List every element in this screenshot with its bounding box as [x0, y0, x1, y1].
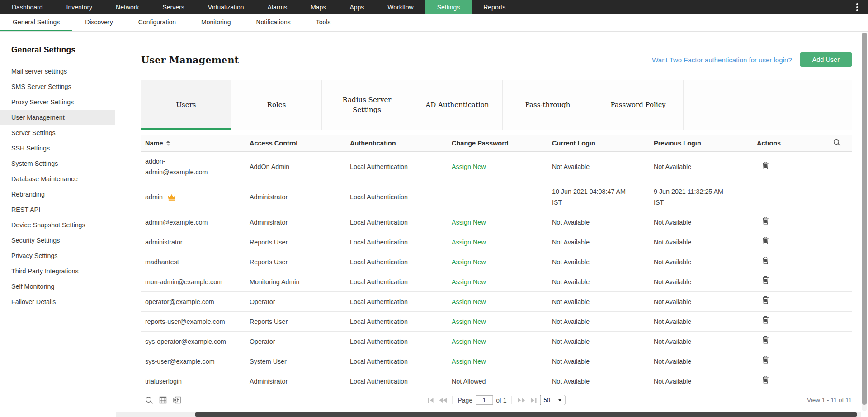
current-login-value: Not Available	[552, 163, 590, 170]
two-factor-link[interactable]: Want Two Factor authentication for user …	[652, 56, 792, 64]
sidebar-item-rest-api[interactable]: REST API	[0, 202, 115, 217]
trash-icon	[762, 375, 769, 385]
column-header-label: Change Password	[452, 140, 509, 147]
delete-user-button[interactable]	[762, 316, 769, 325]
column-header-authentication[interactable]: Authentication	[346, 140, 448, 147]
actions-cell	[753, 157, 821, 177]
sidebar-item-rebranding[interactable]: Rebranding	[0, 187, 115, 202]
search-icon[interactable]	[145, 396, 153, 404]
assign-new-link[interactable]: Assign New	[452, 163, 486, 170]
sidebar-item-failover-details[interactable]: Failover Details	[0, 294, 115, 309]
delete-user-button[interactable]	[762, 375, 769, 385]
current-login-value: Not Available	[552, 278, 590, 286]
subnav-item-configuration[interactable]: Configuration	[126, 14, 189, 31]
tab-ad-authentication[interactable]: AD Authentication	[412, 80, 503, 130]
tab-roles[interactable]: Roles	[231, 80, 322, 130]
column-header-previous-login[interactable]: Previous Login	[650, 140, 753, 147]
assign-new-link[interactable]: Assign New	[452, 239, 486, 246]
authentication-value: Local Authentication	[350, 239, 408, 246]
next-page-icon[interactable]	[517, 398, 526, 403]
sidebar-item-mail-server-settings[interactable]: Mail server settings	[0, 64, 115, 79]
sidebar-item-ssh-settings[interactable]: SSH Settings	[0, 141, 115, 156]
assign-new-link[interactable]: Assign New	[452, 278, 486, 286]
sidebar-item-self-monitoring[interactable]: Self Monitoring	[0, 279, 115, 294]
subnav-item-tools[interactable]: Tools	[303, 14, 344, 31]
nav-item-maps[interactable]: Maps	[299, 0, 338, 14]
current-login-cell: Not Available	[548, 272, 650, 291]
subnav-item-discovery[interactable]: Discovery	[72, 14, 125, 31]
delete-user-button[interactable]	[762, 296, 769, 305]
sidebar-item-database-maintenance[interactable]: Database Maintenance	[0, 171, 115, 187]
sidebar-item-third-party-integrations[interactable]: Third Party Integrations	[0, 263, 115, 279]
kebab-menu-icon[interactable]	[854, 0, 861, 14]
sidebar-item-proxy-server-settings[interactable]: Proxy Server Settings	[0, 94, 115, 110]
access-control-value: AddOn Admin	[250, 163, 289, 170]
assign-new-link[interactable]: Assign New	[452, 219, 486, 226]
assign-new-link[interactable]: Assign New	[452, 358, 486, 365]
delete-user-button[interactable]	[762, 356, 769, 365]
change-password-cell: Not Allowed	[448, 372, 548, 391]
column-header-change-password[interactable]: Change Password	[448, 140, 548, 147]
subnav-item-monitoring[interactable]: Monitoring	[189, 14, 243, 31]
assign-new-link[interactable]: Assign New	[452, 338, 486, 345]
add-user-button[interactable]: Add User	[800, 52, 852, 67]
nav-item-servers[interactable]: Servers	[151, 0, 196, 14]
delete-user-button[interactable]	[762, 276, 769, 286]
delete-user-button[interactable]	[762, 336, 769, 345]
tab-bar-filler	[684, 80, 852, 130]
assign-new-link[interactable]: Assign New	[452, 318, 486, 325]
delete-user-button[interactable]	[762, 216, 769, 226]
sidebar-item-server-settings[interactable]: Server Settings	[0, 125, 115, 141]
assign-new-link[interactable]: Assign New	[452, 258, 486, 266]
export-table-icon[interactable]	[159, 396, 167, 404]
nav-item-network[interactable]: Network	[104, 0, 151, 14]
column-header-actions[interactable]: Actions	[753, 140, 821, 147]
vertical-scrollbar[interactable]	[862, 33, 867, 411]
tab-password-policy[interactable]: Password Policy	[593, 80, 684, 130]
column-header-name[interactable]: Name	[141, 140, 245, 147]
nav-item-virtualization[interactable]: Virtualization	[196, 0, 256, 14]
sidebar-item-privacy-settings[interactable]: Privacy Settings	[0, 248, 115, 263]
nav-item-inventory[interactable]: Inventory	[55, 0, 104, 14]
trash-icon	[762, 161, 769, 171]
horizontal-scrollbar[interactable]	[116, 412, 861, 417]
first-page-icon[interactable]	[427, 398, 435, 403]
access-control-cell: Administrator	[245, 213, 346, 232]
nav-item-alarms[interactable]: Alarms	[256, 0, 299, 14]
page-input[interactable]	[476, 395, 493, 405]
chevron-down-icon	[558, 399, 562, 402]
tab-users[interactable]: Users	[141, 80, 231, 130]
access-control-cell: Administrator	[245, 187, 346, 206]
export-excel-icon[interactable]	[173, 396, 181, 404]
row-search-cell	[821, 337, 852, 346]
sidebar-item-system-settings[interactable]: System Settings	[0, 156, 115, 171]
sidebar-item-security-settings[interactable]: Security Settings	[0, 233, 115, 248]
sidebar-item-user-management[interactable]: User Management	[0, 110, 115, 125]
search-icon[interactable]	[833, 139, 841, 148]
current-login-value: 10 Jun 2021 04:08:47 AM IST	[552, 188, 626, 206]
nav-item-dashboard[interactable]: Dashboard	[0, 0, 55, 14]
tab-pass-through[interactable]: Pass-through	[503, 80, 593, 130]
page-title: User Management	[141, 54, 239, 66]
tab-radius-server-settings[interactable]: Radius Server Settings	[322, 80, 412, 130]
nav-item-apps[interactable]: Apps	[338, 0, 376, 14]
last-page-icon[interactable]	[529, 398, 537, 403]
page-size-select[interactable]: 50	[540, 395, 566, 405]
delete-user-button[interactable]	[762, 256, 769, 266]
subnav-item-notifications[interactable]: Notifications	[243, 14, 303, 31]
sidebar-item-sms-server-settings[interactable]: SMS Server Settings	[0, 79, 115, 94]
delete-user-button[interactable]	[762, 236, 769, 246]
column-header-access-control[interactable]: Access Control	[245, 140, 346, 147]
prev-page-icon[interactable]	[438, 398, 447, 403]
sidebar-item-device-snapshot-settings[interactable]: Device Snapshot Settings	[0, 217, 115, 233]
subnav-item-general-settings[interactable]: General Settings	[0, 14, 72, 31]
nav-item-settings[interactable]: Settings	[425, 0, 472, 14]
sort-arrows-icon[interactable]	[166, 141, 170, 146]
nav-item-workflow[interactable]: Workflow	[376, 0, 425, 14]
nav-item-reports[interactable]: Reports	[472, 0, 517, 14]
name-cell: sys-operator@example.com	[141, 332, 245, 351]
column-header-current-login[interactable]: Current Login	[548, 140, 650, 147]
assign-new-link[interactable]: Assign New	[452, 298, 486, 305]
delete-user-button[interactable]	[762, 161, 769, 171]
name-cell: madhantest	[141, 253, 245, 272]
